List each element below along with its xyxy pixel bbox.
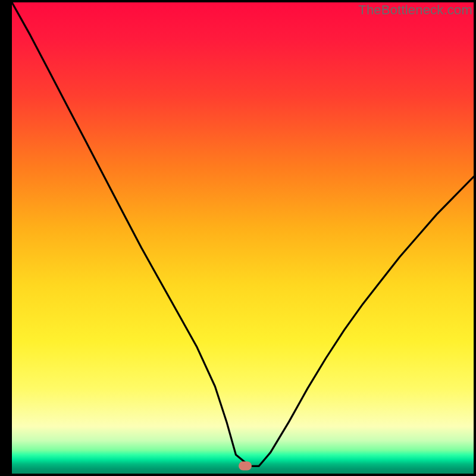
background-gradient	[12, 2, 474, 474]
chart-frame: TheBottleneck.com	[0, 0, 476, 476]
optimal-marker	[239, 461, 252, 470]
plot-area	[12, 2, 474, 474]
watermark-text: TheBottleneck.com	[358, 2, 472, 18]
